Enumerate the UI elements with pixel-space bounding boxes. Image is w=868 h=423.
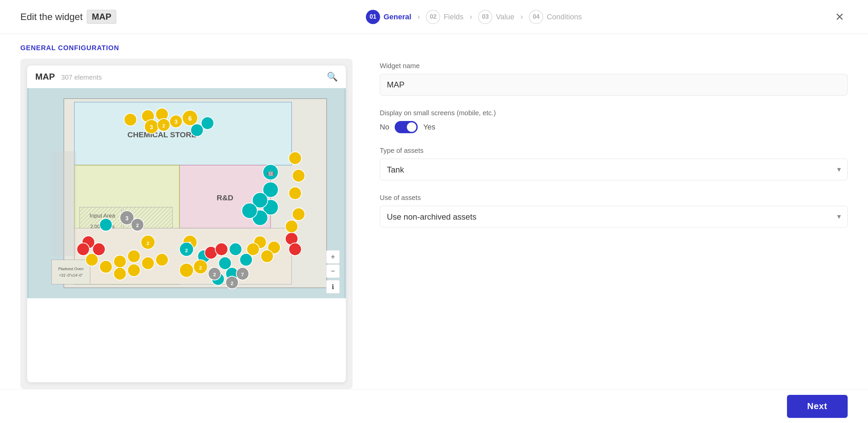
use-of-assets-select[interactable]: Use non-archived assets [380, 206, 848, 227]
use-of-assets-label: Use of assets [380, 194, 848, 202]
svg-text:2: 2 [136, 223, 139, 228]
svg-point-60 [156, 254, 168, 266]
step-3-circle: 03 [478, 10, 492, 24]
display-small-screens-label: Display on small screens (mobile, etc.) [380, 109, 848, 117]
svg-text:CHEMICAL STORE: CHEMICAL STORE [127, 130, 197, 139]
svg-point-69 [289, 187, 301, 199]
use-of-assets-field: Use of assets Use non-archived assets [380, 194, 848, 227]
zoom-in-button[interactable]: + [326, 250, 340, 264]
map-search-icon[interactable]: 🔍 [327, 72, 338, 82]
svg-text:3: 3 [174, 119, 177, 125]
svg-rect-15 [52, 260, 90, 284]
svg-point-65 [247, 243, 259, 256]
next-button[interactable]: Next [787, 395, 848, 418]
type-of-assets-wrapper: Tank [380, 159, 848, 180]
widget-name-field: Widget name [380, 62, 848, 96]
step-2-circle: 02 [426, 10, 440, 24]
step-3[interactable]: 03 Value [478, 10, 514, 24]
svg-point-57 [114, 255, 126, 268]
svg-text:2: 2 [146, 241, 149, 246]
svg-text:3: 3 [150, 124, 153, 130]
step-1[interactable]: 01 General [366, 10, 411, 24]
svg-text:R&D: R&D [217, 193, 233, 202]
svg-rect-88 [52, 151, 76, 256]
step-2-label: Fields [443, 13, 463, 21]
widget-name-input[interactable] [380, 74, 848, 96]
config-panel: Widget name Display on small screens (mo… [380, 59, 848, 389]
map-image-area: CHEMICAL STORE R&D Input Area 2,000 gmts… [27, 88, 346, 298]
map-count: 307 elements [61, 74, 102, 81]
step-2[interactable]: 02 Fields [426, 10, 463, 24]
display-small-screens-field: Display on small screens (mobile, etc.) … [380, 109, 848, 133]
use-of-assets-wrapper: Use non-archived assets [380, 206, 848, 227]
toggle-no-label: No [380, 123, 389, 132]
svg-point-55 [85, 254, 98, 266]
close-icon: ✕ [835, 11, 844, 23]
svg-point-67 [285, 220, 298, 233]
svg-point-18 [124, 113, 137, 126]
svg-point-44 [289, 243, 301, 256]
main-content: GENERAL CONFIGURATION MAP 307 elements 🔍 [0, 34, 868, 389]
map-card: MAP 307 elements 🔍 [27, 65, 346, 382]
svg-point-71 [289, 152, 301, 164]
display-toggle[interactable] [395, 121, 418, 133]
map-info-button[interactable]: ℹ [326, 280, 340, 294]
svg-point-68 [292, 208, 305, 220]
svg-text:6: 6 [188, 115, 192, 122]
step-1-circle: 01 [366, 10, 380, 24]
map-controls: + − [326, 250, 340, 278]
svg-text:7: 7 [241, 272, 244, 277]
arrow-1: › [417, 13, 420, 21]
svg-point-62 [127, 264, 140, 277]
type-of-assets-label: Type of assets [380, 147, 848, 155]
svg-point-58 [127, 250, 140, 262]
svg-text:2: 2 [231, 281, 233, 286]
step-nav: 01 General › 02 Fields › 03 Value › [366, 10, 582, 24]
arrow-2: › [470, 13, 472, 21]
map-title-area: MAP 307 elements [35, 72, 102, 82]
svg-point-56 [100, 260, 112, 273]
content-area: MAP 307 elements 🔍 [0, 59, 868, 389]
zoom-out-button[interactable]: − [326, 264, 340, 278]
close-button[interactable]: ✕ [831, 9, 848, 25]
step-3-label: Value [496, 13, 514, 21]
svg-point-85 [179, 263, 193, 277]
type-of-assets-field: Type of assets Tank [380, 147, 848, 180]
step-4-label: Conditions [547, 13, 582, 21]
factory-map-svg: CHEMICAL STORE R&D Input Area 2,000 gmts… [27, 88, 346, 298]
svg-text:=31'-0"x14'-0": =31'-0"x14'-0" [59, 273, 83, 277]
step-1-label: General [383, 13, 411, 21]
step-4[interactable]: 04 Conditions [529, 10, 582, 24]
svg-point-42 [215, 243, 228, 256]
svg-point-70 [292, 169, 305, 182]
widget-badge: MAP [87, 10, 117, 24]
step-4-circle: 04 [529, 10, 543, 24]
svg-point-66 [261, 250, 273, 262]
svg-point-32 [229, 243, 242, 256]
svg-text:2: 2 [199, 265, 202, 270]
map-title: MAP [35, 72, 55, 82]
toggle-yes-label: Yes [423, 123, 435, 132]
toggle-row: No Yes [380, 121, 848, 133]
edit-label: Edit the widget [20, 12, 83, 22]
widget-name-label: Widget name [380, 62, 848, 70]
svg-point-61 [114, 267, 126, 280]
svg-text:2: 2 [162, 123, 165, 128]
type-of-assets-select[interactable]: Tank [380, 159, 848, 180]
svg-point-30 [201, 117, 214, 129]
page-title: Edit the widget MAP [20, 10, 116, 24]
header: Edit the widget MAP 01 General › 02 Fiel… [0, 0, 868, 34]
footer: Next [0, 389, 868, 423]
svg-point-40 [77, 243, 90, 256]
svg-text:Pladnest Oven: Pladnest Oven [58, 267, 84, 271]
map-preview-container: MAP 307 elements 🔍 [20, 59, 353, 389]
section-label: GENERAL CONFIGURATION [0, 34, 868, 59]
arrow-3: › [520, 13, 523, 21]
svg-point-78 [242, 203, 257, 218]
svg-text:2: 2 [185, 248, 188, 253]
svg-text:🤖: 🤖 [267, 169, 274, 177]
svg-text:2: 2 [213, 272, 216, 277]
svg-point-31 [100, 218, 112, 231]
svg-text:3: 3 [125, 215, 129, 222]
svg-point-59 [142, 257, 154, 269]
